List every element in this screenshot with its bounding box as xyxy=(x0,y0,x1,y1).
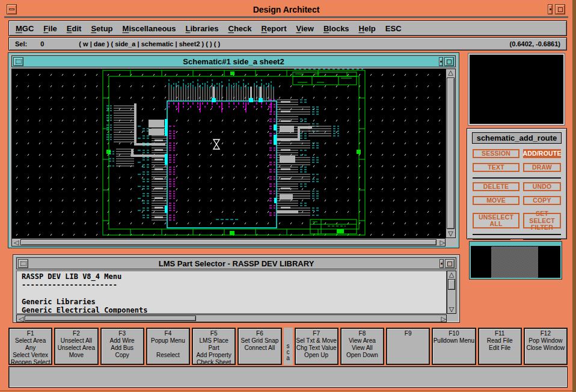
fkey-action-label: Edit File xyxy=(479,345,521,352)
menu-item-view[interactable]: View xyxy=(296,24,314,33)
minimize-button[interactable] xyxy=(440,259,444,268)
function-key-f5[interactable]: F5LMS Place PartAdd PropertyCheck Sheet xyxy=(192,328,236,365)
palette-button-undo[interactable]: UNDO xyxy=(523,182,561,191)
palette-button-set-select-filter[interactable]: SET SELECT FILTER xyxy=(523,213,561,228)
menu-item-libraries[interactable]: Libraries xyxy=(186,24,219,33)
fkey-action-label: Add Bus xyxy=(102,345,143,352)
menu-item-report[interactable]: Report xyxy=(262,24,287,33)
fkey-action-label: Select Area Any xyxy=(10,337,51,352)
maximize-icon xyxy=(558,7,563,12)
design-architect-window: Design Architect MGCFileEditSetupMiscell… xyxy=(0,0,576,392)
part-selector-line[interactable]: Generic Electrical Components xyxy=(22,306,446,314)
menu-item-edit[interactable]: Edit xyxy=(67,24,82,33)
palette-button-session[interactable]: SESSION xyxy=(473,149,519,158)
schematic-title: Schematic#1 side_a sheet2 xyxy=(183,57,284,66)
function-key-f7[interactable]: F7Sel Txt & MoveChg Text ValueOpen Up xyxy=(295,328,339,365)
context-path: ( w | dae ) ( side_a | schematic | sheet… xyxy=(79,40,220,47)
function-key-f6[interactable]: F6Set Grid SnapConnect All xyxy=(237,328,281,365)
horizontal-scrollbar[interactable]: ◁ ▷ xyxy=(16,314,447,322)
vertical-scrollbar[interactable]: △ ▽ xyxy=(446,69,456,238)
maximize-button[interactable] xyxy=(444,57,454,66)
fkey-action-label: Read File xyxy=(479,337,521,345)
menu-item-miscellaneous[interactable]: Miscellaneous xyxy=(123,24,176,33)
part-selector-line[interactable]: RASSP DEV LIB V8_4 Menu xyxy=(22,272,446,281)
message-prompt-area[interactable] xyxy=(8,366,568,388)
fkey-action-label: Pop Window xyxy=(525,337,566,345)
fkey-action-label: LMS Place Part xyxy=(193,337,234,352)
scroll-left-arrow[interactable]: ◁ xyxy=(17,315,25,322)
scroll-up-arrow[interactable]: △ xyxy=(447,271,456,278)
scroll-right-arrow[interactable]: ▷ xyxy=(437,239,445,246)
function-key-f2[interactable]: F2Unselect AllUnselect AreaMove xyxy=(54,328,98,365)
menu-item-check[interactable]: Check xyxy=(228,24,252,33)
palette-button-draw[interactable]: DRAW xyxy=(523,163,561,172)
maximize-button[interactable] xyxy=(555,4,565,14)
fkey-number: F10 xyxy=(433,330,474,337)
fkey-action-label: Unselect All xyxy=(55,337,97,345)
function-key-f10[interactable]: F10Pulldown Menu xyxy=(432,328,476,365)
part-selector-titlebar[interactable]: LMS Part Selector - RASSP DEV LIBRARY xyxy=(16,257,456,269)
fkey-action-label: Reselect xyxy=(147,352,189,359)
schematic-titlebar[interactable]: Schematic#1 side_a sheet2 xyxy=(11,55,456,67)
minimize-button[interactable] xyxy=(548,4,553,14)
menu-item-setup[interactable]: Setup xyxy=(91,24,112,33)
function-key-f9[interactable]: F9 xyxy=(386,328,430,365)
fkey-action-label: View All xyxy=(342,345,383,352)
scrollbar-thumb[interactable] xyxy=(448,279,455,290)
function-key-f11[interactable]: F11Read FileEdit File xyxy=(478,328,522,365)
scroll-down-arrow[interactable]: ▽ xyxy=(447,306,456,313)
scrollbar-thumb[interactable] xyxy=(20,239,437,245)
palette-row: MOVECOPY xyxy=(473,196,561,205)
menu-item-esc[interactable]: ESC xyxy=(385,24,402,33)
window-menu-button[interactable] xyxy=(7,4,17,14)
horizontal-scrollbar[interactable]: ◁ ▷ xyxy=(11,238,446,247)
palette-button-text[interactable]: TEXT xyxy=(473,163,519,172)
fkey-action-label xyxy=(147,345,189,352)
minimize-button[interactable] xyxy=(439,57,443,66)
menu-item-blocks[interactable]: Blocks xyxy=(323,24,349,33)
window-menu-button[interactable] xyxy=(18,259,28,268)
palette-button-add-route[interactable]: ADD/ROUTE xyxy=(523,149,561,158)
side-letter-strip: sca xyxy=(284,328,293,365)
vertical-scrollbar[interactable]: △ ▽ xyxy=(447,271,456,314)
scroll-left-arrow[interactable]: ◁ xyxy=(12,239,20,246)
desktop-edge-strip xyxy=(572,0,576,392)
part-selector-line[interactable]: Generic Libraries xyxy=(22,298,446,306)
palette-button-delete[interactable]: DELETE xyxy=(473,182,519,191)
fkey-number: F9 xyxy=(387,330,429,337)
menu-item-file[interactable]: File xyxy=(43,24,57,33)
schematic-canvas[interactable] xyxy=(11,69,446,238)
function-key-f12[interactable]: F12Pop WindowClose Window xyxy=(524,328,568,365)
fkey-number: F8 xyxy=(342,330,383,337)
selection-count-value: 0 xyxy=(40,40,44,47)
app-titlebar[interactable]: Design Architect xyxy=(4,2,568,16)
scroll-up-arrow[interactable]: △ xyxy=(446,69,455,76)
menu-item-mgc[interactable]: MGC xyxy=(16,24,34,33)
palette-button-move[interactable]: MOVE xyxy=(473,196,519,205)
part-selector-list[interactable]: RASSP DEV LIB V8_4 Menu-----------------… xyxy=(16,271,447,314)
function-key-f1[interactable]: F1Select Area AnySelect VertexReopen Sel… xyxy=(8,328,52,365)
function-key-bar: F1Select Area AnySelect VertexReopen Sel… xyxy=(8,328,568,365)
fkey-action-label: Open Up xyxy=(296,352,337,359)
fkey-number: F6 xyxy=(239,330,280,337)
maximize-icon xyxy=(447,60,452,64)
maximize-button[interactable] xyxy=(445,259,455,268)
menu-item-help[interactable]: Help xyxy=(359,24,376,33)
fkey-action-label: View Area xyxy=(342,337,383,345)
fkey-number: F12 xyxy=(525,330,566,337)
scrollbar-thumb[interactable] xyxy=(25,316,196,321)
scroll-down-arrow[interactable]: ▽ xyxy=(446,230,455,237)
fkey-action-label: Add Property xyxy=(193,352,234,359)
selection-count-label: Sel: xyxy=(15,40,27,47)
palette-button-unselect-all[interactable]: UNSELECT ALL xyxy=(473,213,519,228)
part-selector-line[interactable]: ---------------------- xyxy=(22,281,446,289)
scroll-right-arrow[interactable]: ▷ xyxy=(438,315,446,322)
palette-button-copy[interactable]: COPY xyxy=(523,196,561,205)
scrollbar-thumb[interactable] xyxy=(447,78,455,229)
status-bar: Sel: 0 ( w | dae ) ( side_a | schematic … xyxy=(8,37,567,51)
window-menu-button[interactable] xyxy=(13,57,23,66)
fkey-number: F7 xyxy=(296,330,337,337)
function-key-f4[interactable]: F4Popup Menu Reselect xyxy=(146,328,190,365)
function-key-f3[interactable]: F3Add WireAdd BusCopy xyxy=(100,328,144,365)
function-key-f8[interactable]: F8View AreaView AllOpen Down xyxy=(340,328,384,365)
